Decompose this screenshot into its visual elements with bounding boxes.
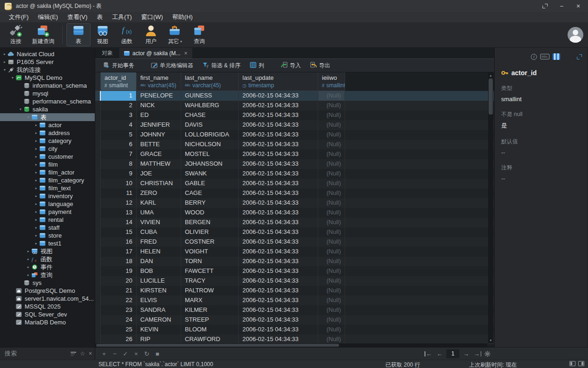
- grid-cell-actor-id[interactable]: 1: [101, 91, 137, 101]
- grid-cell-actor-id[interactable]: 12: [101, 198, 137, 208]
- grid-row[interactable]: 4JENNIFERDAVIS2006-02-15 04:34:33(Null): [95, 120, 494, 130]
- grid-row[interactable]: 16FREDCOSTNER2006-02-15 04:34:33(Null): [95, 237, 494, 247]
- tab-actor-table[interactable]: actor @ sakila (M... ×: [119, 48, 192, 58]
- expand-arrow-icon[interactable]: ▸: [33, 208, 39, 216]
- grid-cell-first-name[interactable]: GRACE: [137, 149, 181, 159]
- expand-arrow-icon[interactable]: ▸: [33, 161, 39, 168]
- grid-cell-actor-id[interactable]: 21: [101, 286, 137, 296]
- grid-row[interactable]: 24CAMERONSTREEP2006-02-15 04:34:33(Null): [95, 315, 494, 325]
- grid-row[interactable]: 7GRACEMOSTEL2006-02-15 04:34:33(Null): [95, 149, 494, 159]
- tree-item-rental-21[interactable]: ▸rental: [0, 216, 95, 224]
- expand-arrow-icon[interactable]: ▸: [33, 192, 39, 200]
- vertical-scrollbar[interactable]: ▲ ▼: [488, 72, 493, 343]
- grid-cell-last-update[interactable]: 2006-02-15 04:34:33: [239, 159, 318, 169]
- expand-arrow-icon[interactable]: ▾: [10, 74, 15, 82]
- grid-cell-first-name[interactable]: HELEN: [137, 247, 181, 257]
- grid-row[interactable]: 13UMAWOOD2006-02-15 04:34:33(Null): [95, 208, 494, 218]
- grid-cell-last-name[interactable]: CHASE: [181, 110, 239, 120]
- row-selector[interactable]: [95, 266, 101, 276]
- grid-cell-ieiiwo[interactable]: (Null): [318, 247, 345, 257]
- row-selector[interactable]: [95, 305, 101, 315]
- grid-cell-last-name[interactable]: WAHLBERG: [181, 101, 239, 110]
- row-selector[interactable]: [95, 325, 101, 335]
- grid-cell-last-name[interactable]: DAVIS: [181, 120, 239, 130]
- function-button[interactable]: f(x) 函数: [115, 23, 139, 46]
- import-button[interactable]: 导入: [277, 60, 305, 71]
- grid-cell-last-name[interactable]: CRAWFORD: [181, 335, 239, 344]
- tree-item-store-23[interactable]: ▸store: [0, 232, 95, 239]
- row-selector[interactable]: [95, 140, 101, 149]
- row-selector[interactable]: [95, 315, 101, 325]
- grid-cell-ieiiwo[interactable]: (Null): [318, 335, 345, 344]
- tree-item-performance-schema-6[interactable]: performance_schema: [0, 97, 95, 105]
- stop-button[interactable]: ■: [154, 350, 161, 357]
- grid-row[interactable]: 8MATTHEWJOHANSSON2006-02-15 04:34:33(Nul…: [95, 159, 494, 169]
- apply-changes-button[interactable]: ✓: [122, 350, 129, 357]
- grid-cell-actor-id[interactable]: 23: [101, 305, 137, 315]
- row-selector[interactable]: [95, 101, 101, 110]
- page-number[interactable]: 1: [446, 349, 459, 358]
- grid-cell-ieiiwo[interactable]: (Null): [318, 188, 345, 198]
- tree-item-category-11[interactable]: ▸category: [0, 137, 95, 145]
- row-selector[interactable]: [95, 110, 101, 120]
- grid-cell-actor-id[interactable]: 19: [101, 266, 137, 276]
- scroll-up-icon[interactable]: ▲: [488, 72, 493, 78]
- grid-row[interactable]: 6BETTENICHOLSON2006-02-15 04:34:33(Null): [95, 140, 494, 149]
- grid-cell-last-name[interactable]: BERGEN: [181, 218, 239, 227]
- expand-arrow-icon[interactable]: ▸: [33, 137, 39, 145]
- row-selector[interactable]: [95, 149, 101, 159]
- expand-arrow-icon[interactable]: ▸: [33, 121, 39, 129]
- grid-cell-last-name[interactable]: MOSTEL: [181, 149, 239, 159]
- grid-cell-ieiiwo[interactable]: (Null): [318, 91, 345, 101]
- grid-cell-first-name[interactable]: CUBA: [137, 227, 181, 237]
- expand-arrow-icon[interactable]: ▾: [2, 66, 7, 74]
- expand-arrow-icon[interactable]: ▸: [33, 168, 39, 176]
- grid-cell-actor-id[interactable]: 13: [101, 208, 137, 218]
- grid-cell-actor-id[interactable]: 25: [101, 325, 137, 335]
- grid-cell-last-name[interactable]: TRACY: [181, 276, 239, 286]
- grid-cell-first-name[interactable]: JENNIFER: [137, 120, 181, 130]
- add-record-button[interactable]: +: [101, 350, 107, 357]
- grid-cell-ieiiwo[interactable]: (Null): [318, 218, 345, 227]
- grid-cell-last-name[interactable]: GUINESS: [181, 91, 239, 101]
- expand-arrow-icon[interactable]: ▸: [33, 232, 39, 239]
- grid-cell-actor-id[interactable]: 7: [101, 149, 137, 159]
- row-selector[interactable]: [95, 130, 101, 140]
- grid-cell-ieiiwo[interactable]: (Null): [318, 130, 345, 140]
- grid-cell-last-name[interactable]: OLIVIER: [181, 227, 239, 237]
- grid-cell-first-name[interactable]: SANDRA: [137, 305, 181, 315]
- grid-cell-actor-id[interactable]: 20: [101, 276, 137, 286]
- table-button[interactable]: 表: [66, 23, 91, 46]
- grid-cell-actor-id[interactable]: 3: [101, 110, 137, 120]
- grid-cell-actor-id[interactable]: 14: [101, 218, 137, 227]
- tree-item-mysql-demo-3[interactable]: ▾MySQL Demo: [0, 74, 95, 82]
- grid-cell-last-name[interactable]: WOOD: [181, 208, 239, 218]
- grid-row[interactable]: 11ZEROCAGE2006-02-15 04:34:33(Null): [95, 188, 494, 198]
- grid-cell-last-update[interactable]: 2006-02-15 04:34:33: [239, 198, 318, 208]
- tree-item-staff-22[interactable]: ▸staff: [0, 224, 95, 232]
- tree-item-film-text-17[interactable]: ▸film_text: [0, 184, 95, 192]
- row-selector[interactable]: [95, 335, 101, 344]
- grid-cell-first-name[interactable]: BOB: [137, 266, 181, 276]
- grid-cell-last-name[interactable]: TORN: [181, 257, 239, 266]
- delete-record-button[interactable]: −: [111, 350, 118, 357]
- grid-cell-actor-id[interactable]: 6: [101, 140, 137, 149]
- grid-cell-last-update[interactable]: 2006-02-15 04:34:33: [239, 315, 318, 325]
- info-icon[interactable]: i: [531, 54, 537, 60]
- grid-cell-last-update[interactable]: 2006-02-15 04:34:33: [239, 179, 318, 188]
- grid-cell-first-name[interactable]: FRED: [137, 237, 181, 247]
- grid-cell-last-name[interactable]: MARX: [181, 296, 239, 305]
- sidebar-search[interactable]: 搜索 ☆ ×: [0, 348, 95, 360]
- tree-item-item-25[interactable]: ▸视图: [0, 247, 95, 255]
- grid-cell-actor-id[interactable]: 26: [101, 335, 137, 344]
- grid-cell-last-update[interactable]: 2006-02-15 04:34:33: [239, 296, 318, 305]
- row-selector[interactable]: [95, 227, 101, 237]
- gear-icon[interactable]: [484, 351, 490, 357]
- grid-cell-last-update[interactable]: 2006-02-15 04:34:33: [239, 91, 318, 101]
- columns-button[interactable]: 列: [246, 60, 268, 71]
- column-header-actor-id[interactable]: actor_id#smallint: [101, 72, 137, 91]
- grid-cell-ieiiwo[interactable]: (Null): [318, 198, 345, 208]
- grid-row[interactable]: 15CUBAOLIVIER2006-02-15 04:34:33(Null): [95, 227, 494, 237]
- grid-cell-last-update[interactable]: 2006-02-15 04:34:33: [239, 247, 318, 257]
- expand-arrow-icon[interactable]: ▸: [33, 145, 39, 153]
